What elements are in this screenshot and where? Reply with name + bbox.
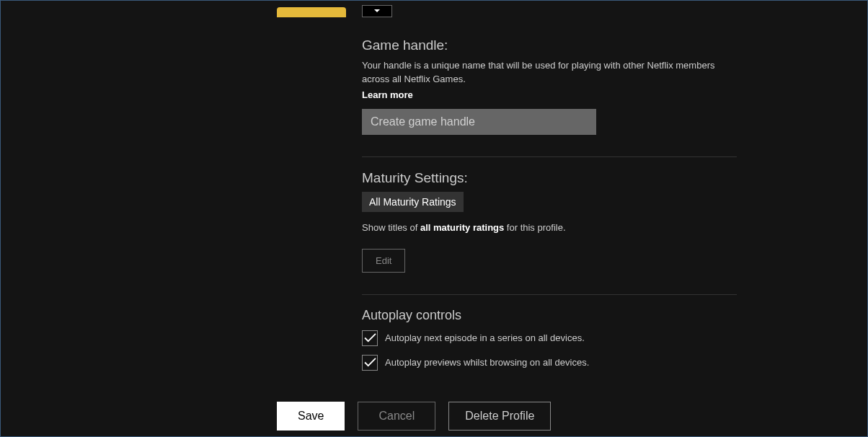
save-button[interactable]: Save <box>277 402 345 431</box>
divider <box>362 294 737 295</box>
autoplay-next-episode-label: Autoplay next episode in a series on all… <box>385 332 585 343</box>
language-dropdown[interactable] <box>362 5 392 17</box>
footer-actions: Save Cancel Delete Profile <box>277 402 551 436</box>
game-handle-input[interactable] <box>362 109 596 135</box>
profile-avatar[interactable] <box>277 7 346 17</box>
delete-profile-button[interactable]: Delete Profile <box>448 402 551 431</box>
game-handle-title: Game handle: <box>362 37 737 53</box>
autoplay-previews-checkbox[interactable] <box>362 355 378 371</box>
learn-more-link[interactable]: Learn more <box>362 89 413 100</box>
checkmark-icon <box>364 358 376 367</box>
maturity-title: Maturity Settings: <box>362 170 737 186</box>
maturity-badge: All Maturity Ratings <box>362 192 464 212</box>
autoplay-title: Autoplay controls <box>362 308 737 323</box>
chevron-down-icon <box>374 9 380 13</box>
maturity-description: Show titles of all maturity ratings for … <box>362 222 737 233</box>
autoplay-next-episode-checkbox[interactable] <box>362 330 378 346</box>
checkmark-icon <box>364 333 376 343</box>
divider <box>362 156 737 157</box>
edit-maturity-button[interactable]: Edit <box>362 249 405 273</box>
game-handle-description: Your handle is a unique name that will b… <box>362 59 737 87</box>
autoplay-previews-label: Autoplay previews whilst browsing on all… <box>385 357 589 368</box>
cancel-button[interactable]: Cancel <box>358 402 435 431</box>
